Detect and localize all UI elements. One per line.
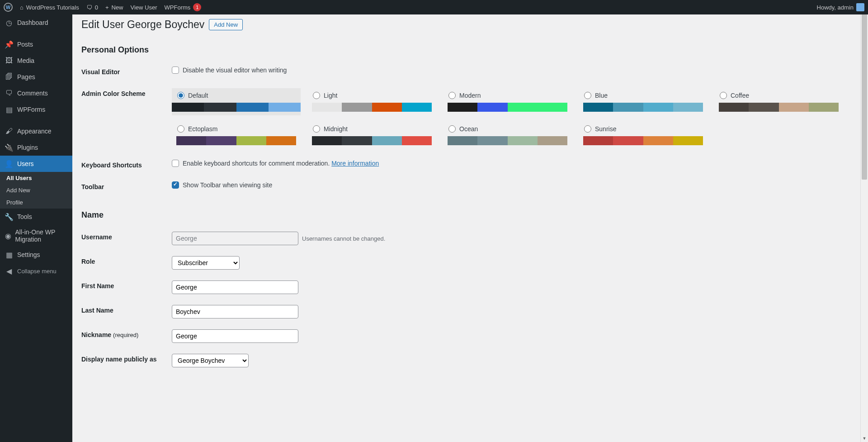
pin-icon: 📌 — [5, 40, 14, 49]
view-user-link[interactable]: View User — [127, 0, 161, 14]
last-name-input[interactable] — [172, 305, 298, 318]
sidebar-item-allinone[interactable]: ◉All-in-One WP Migration — [0, 225, 72, 247]
color-scheme-label: Sunrise — [595, 125, 616, 133]
color-scheme-radio[interactable] — [313, 125, 320, 133]
color-scheme-ocean[interactable]: Ocean — [443, 122, 572, 149]
sidebar-item-appearance[interactable]: 🖌Appearance — [0, 123, 72, 139]
wp-logo[interactable]: W — [0, 0, 16, 14]
color-scheme-label: Coffee — [731, 92, 749, 99]
new-content-link[interactable]: +New — [102, 0, 127, 14]
color-scheme-coffee[interactable]: Coffee — [714, 88, 843, 115]
sidebar-item-posts[interactable]: 📌Posts — [0, 36, 72, 52]
username-input — [172, 232, 298, 245]
color-scheme-radio[interactable] — [177, 125, 184, 133]
color-swatch — [172, 103, 301, 112]
label-display-name: Display name publicly as — [81, 348, 172, 373]
brush-icon: 🖌 — [5, 127, 14, 136]
settings-icon: ▦ — [5, 250, 14, 259]
collapse-menu[interactable]: ◀Collapse menu — [0, 263, 72, 279]
section-name: Name — [81, 210, 859, 220]
more-info-link[interactable]: More information — [331, 160, 379, 167]
display-name-select[interactable]: George Boychev — [172, 354, 249, 367]
sidebar-item-settings[interactable]: ▦Settings — [0, 247, 72, 263]
username-note: Usernames cannot be changed. — [302, 235, 385, 242]
color-scheme-light[interactable]: Light — [307, 88, 436, 115]
sidebar-item-comments[interactable]: 🗨Comments — [0, 85, 72, 101]
main-content: Edit User George Boychev Add New Persona… — [72, 14, 868, 442]
color-scheme-radio[interactable] — [448, 92, 456, 99]
role-select[interactable]: Subscriber — [172, 256, 240, 270]
visual-editor-checkbox-row[interactable]: Disable the visual editor when writing — [172, 67, 854, 74]
label-last-name: Last Name — [81, 299, 172, 324]
collapse-icon: ◀ — [5, 266, 14, 276]
sidebar-item-pages[interactable]: 🗐Pages — [0, 69, 72, 85]
users-submenu: All Users Add New Profile — [0, 172, 72, 209]
color-scheme-radio[interactable] — [584, 92, 591, 99]
label-keyboard-shortcuts: Keyboard Shortcuts — [81, 154, 172, 176]
vertical-scrollbar[interactable]: ▲ ▼ — [860, 0, 868, 442]
dashboard-icon: ◷ — [5, 18, 14, 27]
color-scheme-radio[interactable] — [177, 92, 184, 99]
label-role: Role — [81, 251, 172, 275]
color-scheme-label: Light — [324, 92, 337, 99]
nickname-input[interactable] — [172, 329, 298, 343]
visual-editor-checkbox[interactable] — [172, 67, 179, 74]
color-swatch — [312, 136, 432, 145]
users-icon: 👤 — [5, 159, 14, 168]
color-scheme-sunrise[interactable]: Sunrise — [579, 122, 708, 149]
color-scheme-radio[interactable] — [448, 125, 456, 133]
color-scheme-blue[interactable]: Blue — [579, 88, 708, 115]
color-swatch — [176, 136, 296, 145]
comments-link[interactable]: 🗨0 — [83, 0, 102, 14]
sidebar-item-wpforms[interactable]: ▤WPForms — [0, 101, 72, 118]
sidebar-item-plugins[interactable]: 🔌Plugins — [0, 139, 72, 156]
color-scheme-radio[interactable] — [584, 125, 591, 133]
site-name-link[interactable]: ⌂WordPress Tutorials — [16, 0, 83, 14]
submenu-add-new[interactable]: Add New — [0, 184, 72, 196]
keyboard-shortcuts-row[interactable]: Enable keyboard shortcuts for comment mo… — [172, 160, 854, 167]
sidebar-item-media[interactable]: 🖾Media — [0, 52, 72, 69]
scroll-down-arrow[interactable]: ▼ — [861, 434, 868, 442]
sidebar-item-dashboard[interactable]: ◷Dashboard — [0, 14, 72, 31]
color-swatch — [312, 103, 432, 112]
color-scheme-label: Default — [188, 92, 208, 99]
color-scheme-label: Ocean — [459, 125, 478, 133]
sidebar-item-tools[interactable]: 🔧Tools — [0, 209, 72, 225]
wrench-icon: 🔧 — [5, 212, 14, 221]
wpforms-link[interactable]: WPForms1 — [161, 0, 205, 14]
color-scheme-label: Blue — [595, 92, 608, 99]
section-personal-options: Personal Options — [81, 45, 859, 55]
color-swatch — [583, 103, 703, 112]
label-admin-color-scheme: Admin Color Scheme — [81, 83, 172, 154]
avatar — [856, 3, 864, 11]
scroll-thumb[interactable] — [862, 8, 867, 180]
wpforms-badge: 1 — [193, 3, 201, 11]
plugin-icon: 🔌 — [5, 143, 14, 152]
submenu-all-users[interactable]: All Users — [0, 172, 72, 184]
color-scheme-radio[interactable] — [720, 92, 727, 99]
toolbar-row[interactable]: Show Toolbar when viewing site — [172, 181, 854, 189]
toolbar-checkbox[interactable] — [172, 181, 179, 189]
plus-icon: + — [105, 4, 109, 11]
color-swatch — [448, 136, 567, 145]
sidebar-item-users[interactable]: 👤Users — [0, 156, 72, 172]
add-new-button[interactable]: Add New — [209, 19, 243, 30]
migration-icon: ◉ — [5, 231, 12, 240]
admin-sidebar: ◷Dashboard 📌Posts 🖾Media 🗐Pages 🗨Comment… — [0, 14, 72, 442]
submenu-profile[interactable]: Profile — [0, 196, 72, 209]
color-swatch — [448, 103, 567, 112]
admin-toolbar: W ⌂WordPress Tutorials 🗨0 +New View User… — [0, 0, 868, 14]
keyboard-shortcuts-checkbox[interactable] — [172, 160, 179, 167]
color-scheme-grid: DefaultLightModernBlueCoffeeEctoplasmMid… — [172, 88, 854, 149]
color-scheme-modern[interactable]: Modern — [443, 88, 572, 115]
label-toolbar: Toolbar — [81, 176, 172, 198]
label-visual-editor: Visual Editor — [81, 61, 172, 83]
first-name-input[interactable] — [172, 280, 298, 294]
my-account-link[interactable]: Howdy, admin — [813, 0, 868, 14]
color-scheme-ectoplasm[interactable]: Ectoplasm — [172, 122, 301, 149]
color-scheme-label: Modern — [459, 92, 481, 99]
color-scheme-default[interactable]: Default — [172, 88, 301, 115]
color-scheme-label: Ectoplasm — [188, 125, 217, 133]
color-scheme-midnight[interactable]: Midnight — [307, 122, 436, 149]
color-scheme-radio[interactable] — [313, 92, 320, 99]
